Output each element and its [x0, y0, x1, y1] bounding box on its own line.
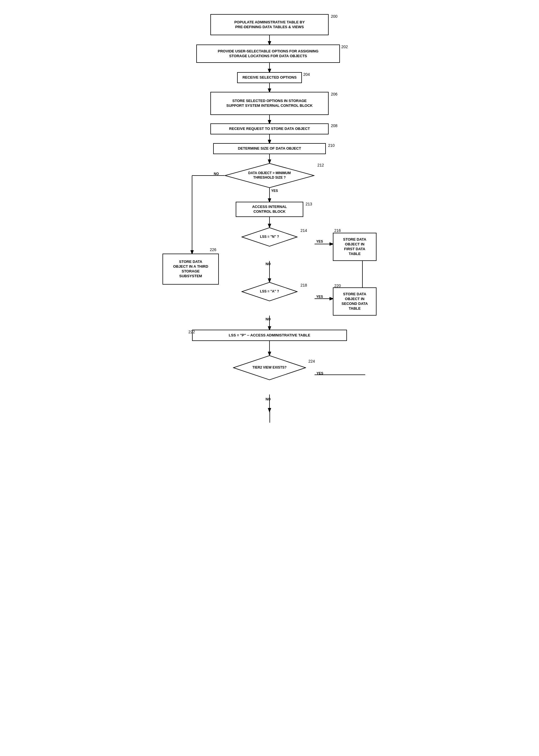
ref-226: 226: [210, 247, 216, 252]
flowchart: POPULATE ADMINISTRATIVE TABLE BY PRE-DEF…: [148, 8, 391, 685]
ref-214: 214: [300, 228, 307, 233]
node-206: STORE SELECTED OPTIONS IN STORAGE SUPPOR…: [210, 92, 329, 115]
ref-202: 202: [341, 44, 348, 49]
ref-212: 212: [317, 163, 324, 167]
node-222: LSS = "P" -- ACCESS ADMINISTRATIVE TABLE: [192, 330, 347, 341]
diamond-214-label: LSS = "N" ?: [247, 235, 292, 239]
yes-label-218: YES: [316, 295, 323, 299]
diamond-212-label: DATA OBJECT > MINIMUM THRESHOLD SIZE ?: [233, 171, 306, 180]
node-213-label: ACCESS INTERNAL CONTROL BLOCK: [252, 205, 287, 214]
node-204: RECEIVE SELECTED OPTIONS: [237, 72, 302, 83]
yes-label-214: YES: [316, 239, 323, 243]
node-216-label: STORE DATA OBJECT IN FIRST DATA TABLE: [343, 237, 366, 256]
ref-220: 220: [334, 284, 341, 288]
ref-218: 218: [300, 283, 307, 288]
diamond-224-label: TIER2 VIEW EXISTS?: [240, 366, 299, 370]
ref-210: 210: [328, 143, 335, 148]
node-210-label: DETERMINE SIZE OF DATA OBJECT: [238, 146, 301, 151]
diamond-218: LSS = "A" ?: [241, 282, 298, 301]
ref-224: 224: [308, 359, 315, 364]
node-222-label: LSS = "P" -- ACCESS ADMINISTRATIVE TABLE: [229, 333, 310, 338]
no-label-218: NO: [266, 317, 270, 321]
node-210: DETERMINE SIZE OF DATA OBJECT: [213, 143, 326, 154]
ref-208: 208: [331, 124, 337, 128]
node-206-label: STORE SELECTED OPTIONS IN STORAGE SUPPOR…: [226, 99, 313, 108]
diamond-218-label: LSS = "A" ?: [247, 290, 292, 294]
yes-label-212: YES: [271, 189, 278, 193]
node-216: STORE DATA OBJECT IN FIRST DATA TABLE: [333, 233, 376, 261]
ref-200: 200: [331, 14, 337, 19]
ref-222: 222: [189, 330, 195, 334]
node-202-label: PROVIDE USER-SELECTABLE OPTIONS FOR ASSI…: [218, 49, 319, 59]
ref-206: 206: [331, 92, 337, 96]
node-226: STORE DATA OBJECT IN A THIRD STORAGE SUB…: [163, 254, 219, 285]
ref-204: 204: [303, 72, 310, 77]
no-label-212: NO: [214, 172, 219, 176]
node-208: RECEIVE REQUEST TO STORE DATA OBJECT: [210, 124, 329, 134]
node-200: POPULATE ADMINISTRATIVE TABLE BY PRE-DEF…: [210, 14, 329, 35]
node-220: STORE DATA OBJECT IN SECOND DATA TABLE: [333, 288, 376, 316]
ref-216: 216: [334, 228, 341, 233]
node-200-label: POPULATE ADMINISTRATIVE TABLE BY PRE-DEF…: [234, 20, 305, 30]
yes-label-224: YES: [317, 372, 323, 375]
ref-213: 213: [306, 202, 312, 206]
diamond-212: DATA OBJECT > MINIMUM THRESHOLD SIZE ?: [224, 163, 315, 188]
node-208-label: RECEIVE REQUEST TO STORE DATA OBJECT: [229, 126, 310, 131]
node-226-label: STORE DATA OBJECT IN A THIRD STORAGE SUB…: [173, 260, 208, 279]
no-label-214: NO: [266, 262, 270, 266]
node-220-label: STORE DATA OBJECT IN SECOND DATA TABLE: [342, 292, 368, 311]
no-label-224: NO: [266, 397, 270, 401]
diamond-224: TIER2 VIEW EXISTS?: [233, 355, 306, 380]
bottom-arrow: [270, 411, 270, 423]
node-213: ACCESS INTERNAL CONTROL BLOCK: [236, 202, 303, 217]
node-202: PROVIDE USER-SELECTABLE OPTIONS FOR ASSI…: [196, 44, 340, 63]
diamond-214: LSS = "N" ?: [241, 227, 298, 247]
node-204-label: RECEIVE SELECTED OPTIONS: [243, 75, 296, 80]
